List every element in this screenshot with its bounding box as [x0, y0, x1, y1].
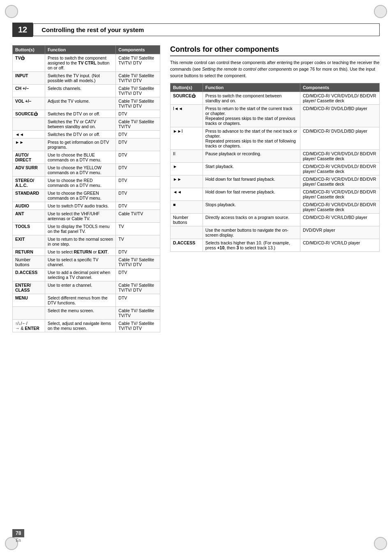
right-col-function: Function [203, 83, 300, 92]
corner-decoration-tr [374, 5, 387, 18]
btn-auto: AUTO/ DIRECT [13, 151, 45, 164]
fn-audio: Use to switch DTV audio tracks. [45, 202, 115, 210]
table-row: ANT Use to select the VHF/UHF antennas o… [13, 210, 160, 223]
btn-nav: ↑/↓/←/→ & ENTER [13, 320, 45, 332]
comp-tools: TV [116, 223, 160, 235]
r-btn-play: ► [171, 163, 203, 175]
chapter-number: 12 [12, 23, 33, 37]
table-row: AUTO/ DIRECT Use to choose the BLUE comm… [13, 151, 160, 164]
table-row: Number buttons Use to select a specific … [13, 256, 160, 269]
r-btn-rew: I◄◄ [171, 105, 203, 127]
r-fn-stop: Stops playback. [203, 201, 300, 214]
r-fn-daccess: Selects tracks higher than 10. (For exam… [203, 239, 300, 252]
comp-source2: Cable TV/ Satellite TV/TV [116, 118, 160, 131]
btn-menu: MENU [13, 294, 45, 307]
comp-ant: Cable TV/TV [116, 210, 160, 223]
table-row: INPUT Switches the TV input. (Not possib… [13, 72, 160, 85]
comp-enter: Cable TV/ Satellite TV/TV/ DTV [116, 281, 160, 294]
r-fn-source: Press to switch the component between st… [203, 92, 300, 105]
fn-ant: Use to select the VHF/UHF antennas or Ca… [45, 210, 115, 223]
fn-auto: Use to choose the BLUE commands on a DTV… [45, 151, 115, 164]
table-row: ■ Stops playback. CD/MD/CD-R/ VCR/DVD/LD… [171, 201, 380, 214]
r-comp-num: CD/MD/CD-R/ VCR/LD/BD player [300, 214, 379, 226]
comp-input: Cable TV/ Satellite TV/TV/ DTV [116, 72, 160, 85]
fn-tools: Use to display the TOOLS menu on the fla… [45, 223, 115, 235]
r-btn-fwd: ►►I [171, 127, 203, 150]
btn-tools: TOOLS [13, 223, 45, 235]
section-heading: Controls for other components [170, 45, 380, 56]
r-fn-rew: Press to return to the start of the curr… [203, 105, 300, 127]
left-col-button: Button(s) [13, 46, 45, 54]
comp-return: DTV [116, 248, 160, 256]
comp-audio: DTV [116, 202, 160, 210]
r-comp-source: CD/MD/CD-R/ VCR/DVD/LD/ BD/DVR player/ C… [300, 92, 379, 105]
table-row: Number buttons Directly access tracks on… [171, 214, 380, 226]
r-comp-fwd: CD/MD/CD-R/ DVD/LD/BD player [300, 127, 379, 150]
btn-adv: ADV SURR [13, 164, 45, 177]
table-row: STEREO/ A.L.C. Use to choose the RED com… [13, 177, 160, 189]
table-row: SOURCE⏻ Press to switch the component be… [171, 92, 380, 105]
r-comp-rew: CD/MD/CD-R/ DVD/LD/BD player [300, 105, 379, 127]
btn-source: SOURCE⏻ [13, 110, 45, 118]
r-btn-num: Number buttons [171, 214, 203, 226]
r-comp-num2: DVD/DVR player [300, 226, 379, 239]
table-row: EXIT Use to return to the normal screen … [13, 235, 160, 248]
table-row: II Pause playback or recording. CD/MD/CD… [171, 150, 380, 163]
table-row: SOURCE⏻ Switches the DTV on or off. DTV [13, 110, 160, 118]
table-row: AUDIO Use to switch DTV audio tracks. DT… [13, 202, 160, 210]
btn-enter: ENTER/ CLASS [13, 281, 45, 294]
fn-rew: Switches the DTV on or off. [45, 131, 115, 138]
table-row: TV⏻ Press to switch the component assign… [13, 54, 160, 72]
comp-stereo: DTV [116, 177, 160, 189]
table-row: ►►I Press to advance to the start of the… [171, 127, 380, 150]
table-row: MENU Select different menus from the DTV… [13, 294, 160, 307]
table-row: STANDARD Use to choose the GREEN command… [13, 189, 160, 202]
r-btn-daccess: D.ACCESS [171, 239, 203, 252]
btn-source2 [13, 118, 45, 131]
r-btn-num2 [171, 226, 203, 239]
fn-enter: Use to enter a channel. [45, 281, 115, 294]
table-row: ◄◄ Switches the DTV on or off. DTV [13, 131, 160, 138]
comp-fwd: DTV [116, 138, 160, 151]
r-fn-fwd: Press to advance to the start of the nex… [203, 127, 300, 150]
comp-auto: DTV [116, 151, 160, 164]
r-btn-source: SOURCE⏻ [171, 92, 203, 105]
r-comp-fr: CD/MD/CD-R/ VCR/DVD/LD/ BD/DVR player/ C… [300, 188, 379, 201]
comp-vol: Cable TV/ Satellite TV/TV/ DTV [116, 97, 160, 110]
table-row: ◄◄ Hold down for fast reverse playback. … [171, 188, 380, 201]
fn-input: Switches the TV input. (Not possible wit… [45, 72, 115, 85]
comp-menu2: Cable TV/ Satellite TV/TV [116, 307, 160, 320]
btn-stereo: STEREO/ A.L.C. [13, 177, 45, 189]
comp-nav: Cable TV/ Satellite TV/TV/ DTV [116, 320, 160, 332]
comp-daccess: DTV [116, 269, 160, 281]
corner-decoration-tl [5, 5, 18, 18]
comp-adv: DTV [116, 164, 160, 177]
table-row: ►► Hold down for fast forward playback. … [171, 175, 380, 188]
comp-standard: DTV [116, 189, 160, 202]
btn-tv: TV⏻ [13, 54, 45, 72]
left-table: Button(s) Function Components TV⏻ Press … [12, 45, 160, 332]
r-btn-fr: ◄◄ [171, 188, 203, 201]
fn-menu2: Select the menu screen. [45, 307, 115, 320]
comp-exit: TV [116, 235, 160, 248]
page-footer: 78 En [12, 529, 24, 543]
table-row: ↑/↓/←/→ & ENTER Select, adjust and navig… [13, 320, 160, 332]
table-row: I◄◄ Press to return to the start of the … [171, 105, 380, 127]
section-intro: This remote control can control these co… [170, 60, 380, 79]
btn-standard: STANDARD [13, 189, 45, 202]
fn-source2: Switches the TV or CATV between standby … [45, 118, 115, 131]
r-fn-ff: Hold down for fast forward playback. [203, 175, 300, 188]
table-row: Switches the TV or CATV between standby … [13, 118, 160, 131]
main-content: Button(s) Function Components TV⏻ Press … [12, 45, 380, 332]
fn-fwd: Press to get information on DTV programs… [45, 138, 115, 151]
right-col-components: Components [300, 83, 379, 92]
right-col-button: Button(s) [171, 83, 203, 92]
chapter-title: Controlling the rest of your system [33, 23, 380, 36]
fn-adv: Use to choose the YELLOW commands on a D… [45, 164, 115, 177]
fn-menu: Select different menus from the DTV func… [45, 294, 115, 307]
left-section: Button(s) Function Components TV⏻ Press … [12, 45, 160, 332]
fn-exit: Use to return to the normal screen in on… [45, 235, 115, 248]
table-row: Select the menu screen. Cable TV/ Satell… [13, 307, 160, 320]
table-row: TOOLS Use to display the TOOLS menu on t… [13, 223, 160, 235]
table-row: CH +/– Selects channels. Cable TV/ Satel… [13, 85, 160, 97]
